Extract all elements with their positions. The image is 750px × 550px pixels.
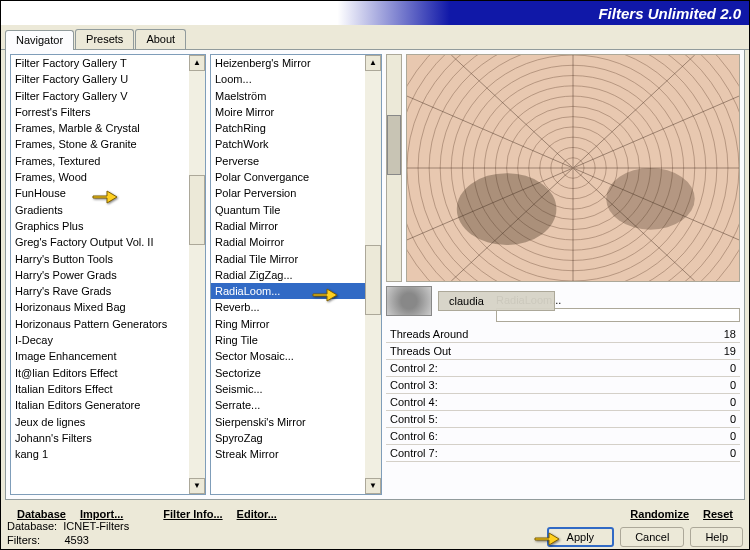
scroll-thumb[interactable] bbox=[365, 245, 381, 315]
filter-item[interactable]: Loom... bbox=[211, 71, 365, 87]
right-pane: claudia RadiaLoom... Threads Around18Thr… bbox=[386, 54, 740, 495]
category-item[interactable]: Filter Factory Gallery T bbox=[11, 55, 189, 71]
filter-item[interactable]: RadiaLoom... bbox=[211, 283, 365, 299]
param-label: Control 2: bbox=[390, 362, 438, 374]
param-label: Control 6: bbox=[390, 430, 438, 442]
param-row[interactable]: Control 2:0 bbox=[386, 360, 740, 377]
tab-strip: Navigator Presets About bbox=[1, 29, 749, 50]
category-item[interactable]: Image Enhancement bbox=[11, 348, 189, 364]
category-item[interactable]: Harry's Power Grads bbox=[11, 267, 189, 283]
status-filters-value: 4593 bbox=[64, 534, 88, 546]
status-filters-label: Filters: bbox=[7, 534, 40, 546]
slider-thumb[interactable] bbox=[387, 115, 401, 175]
category-item[interactable]: Jeux de lignes bbox=[11, 414, 189, 430]
filter-item[interactable]: Perverse bbox=[211, 153, 365, 169]
param-row[interactable]: Control 4:0 bbox=[386, 394, 740, 411]
scroll-up-icon[interactable]: ▲ bbox=[189, 55, 205, 71]
param-row[interactable]: Control 7:0 bbox=[386, 445, 740, 462]
watermark-logo-icon bbox=[386, 286, 432, 316]
category-item[interactable]: Filter Factory Gallery U bbox=[11, 71, 189, 87]
param-label: Threads Out bbox=[390, 345, 451, 357]
preview-image bbox=[406, 54, 740, 282]
category-list: Filter Factory Gallery TFilter Factory G… bbox=[10, 54, 206, 495]
main-content: Filter Factory Gallery TFilter Factory G… bbox=[5, 50, 745, 500]
param-row[interactable]: Threads Around18 bbox=[386, 326, 740, 343]
status-db-label: Database: bbox=[7, 520, 57, 532]
filter-item[interactable]: Moire Mirror bbox=[211, 104, 365, 120]
filter-item[interactable]: Radial Tile Mirror bbox=[211, 251, 365, 267]
category-item[interactable]: FunHouse bbox=[11, 185, 189, 201]
category-item[interactable]: Italian Editors Generatore bbox=[11, 397, 189, 413]
filter-item[interactable]: Serrate... bbox=[211, 397, 365, 413]
category-item[interactable]: Frames, Wood bbox=[11, 169, 189, 185]
param-value: 0 bbox=[730, 396, 736, 408]
filter-item[interactable]: Polar Convergance bbox=[211, 169, 365, 185]
parameter-list: Threads Around18Threads Out19Control 2:0… bbox=[386, 326, 740, 462]
scroll-down-icon[interactable]: ▼ bbox=[365, 478, 381, 494]
category-item[interactable]: Filter Factory Gallery V bbox=[11, 88, 189, 104]
category-scrollbar[interactable]: ▲ ▼ bbox=[189, 55, 205, 494]
filter-item[interactable]: Ring Mirror bbox=[211, 316, 365, 332]
category-item[interactable]: Horizonaus Mixed Bag bbox=[11, 299, 189, 315]
param-value: 0 bbox=[730, 362, 736, 374]
preview-slider[interactable] bbox=[386, 54, 402, 282]
filter-item[interactable]: Ring Tile bbox=[211, 332, 365, 348]
category-item[interactable]: Frames, Textured bbox=[11, 153, 189, 169]
filter-item[interactable]: Polar Perversion bbox=[211, 185, 365, 201]
category-item[interactable]: Harry's Rave Grads bbox=[11, 283, 189, 299]
param-row[interactable]: Control 3:0 bbox=[386, 377, 740, 394]
help-button[interactable]: Help bbox=[690, 527, 743, 547]
param-value: 0 bbox=[730, 430, 736, 442]
app-title: Filters Unlimited 2.0 bbox=[598, 5, 741, 22]
tab-presets[interactable]: Presets bbox=[75, 29, 134, 49]
scroll-thumb[interactable] bbox=[189, 175, 205, 245]
param-label: Threads Around bbox=[390, 328, 468, 340]
param-row[interactable]: Control 6:0 bbox=[386, 428, 740, 445]
category-item[interactable]: Harry's Button Tools bbox=[11, 251, 189, 267]
param-label: Control 5: bbox=[390, 413, 438, 425]
svg-point-31 bbox=[606, 168, 695, 230]
filter-item[interactable]: Streak Mirror bbox=[211, 446, 365, 462]
category-item[interactable]: Frames, Stone & Granite bbox=[11, 136, 189, 152]
svg-point-30 bbox=[457, 173, 557, 245]
category-item[interactable]: Horizonaus Pattern Generators bbox=[11, 316, 189, 332]
filter-item[interactable]: Heizenberg's Mirror bbox=[211, 55, 365, 71]
category-item[interactable]: Graphics Plus bbox=[11, 218, 189, 234]
category-item[interactable]: Italian Editors Effect bbox=[11, 381, 189, 397]
category-item[interactable]: Forrest's Filters bbox=[11, 104, 189, 120]
filter-item[interactable]: Radial Mirror bbox=[211, 218, 365, 234]
category-item[interactable]: Johann's Filters bbox=[11, 430, 189, 446]
filter-item[interactable]: PatchRing bbox=[211, 120, 365, 136]
category-item[interactable]: kang 1 bbox=[11, 446, 189, 462]
cancel-button[interactable]: Cancel bbox=[620, 527, 684, 547]
category-item[interactable]: I-Decay bbox=[11, 332, 189, 348]
category-item[interactable]: It@lian Editors Effect bbox=[11, 365, 189, 381]
tab-about[interactable]: About bbox=[135, 29, 186, 49]
title-bar: Filters Unlimited 2.0 bbox=[1, 1, 749, 25]
category-item[interactable]: Gradients bbox=[11, 202, 189, 218]
param-row[interactable]: Control 5:0 bbox=[386, 411, 740, 428]
filter-item[interactable]: SpyroZag bbox=[211, 430, 365, 446]
filter-item[interactable]: Maelström bbox=[211, 88, 365, 104]
filter-item[interactable]: Quantum Tile bbox=[211, 202, 365, 218]
param-label: Control 3: bbox=[390, 379, 438, 391]
apply-button[interactable]: Apply bbox=[547, 527, 615, 547]
tab-navigator[interactable]: Navigator bbox=[5, 30, 74, 50]
category-item[interactable]: Greg's Factory Output Vol. II bbox=[11, 234, 189, 250]
filter-list: Heizenberg's MirrorLoom...MaelströmMoire… bbox=[210, 54, 382, 495]
status-bar: Database: ICNET-Filters Filters: 4593 Ap… bbox=[7, 519, 743, 547]
filter-item[interactable]: Radial Moirror bbox=[211, 234, 365, 250]
category-item[interactable]: Frames, Marble & Crystal bbox=[11, 120, 189, 136]
filter-item[interactable]: Sector Mosaic... bbox=[211, 348, 365, 364]
filter-item[interactable]: Seismic... bbox=[211, 381, 365, 397]
param-label: Control 7: bbox=[390, 447, 438, 459]
filter-item[interactable]: Reverb... bbox=[211, 299, 365, 315]
filter-item[interactable]: Sectorize bbox=[211, 365, 365, 381]
param-row[interactable]: Threads Out19 bbox=[386, 343, 740, 360]
scroll-down-icon[interactable]: ▼ bbox=[189, 478, 205, 494]
filter-item[interactable]: PatchWork bbox=[211, 136, 365, 152]
scroll-up-icon[interactable]: ▲ bbox=[365, 55, 381, 71]
filter-item[interactable]: Radial ZigZag... bbox=[211, 267, 365, 283]
filter-item[interactable]: Sierpenski's Mirror bbox=[211, 414, 365, 430]
filter-scrollbar[interactable]: ▲ ▼ bbox=[365, 55, 381, 494]
